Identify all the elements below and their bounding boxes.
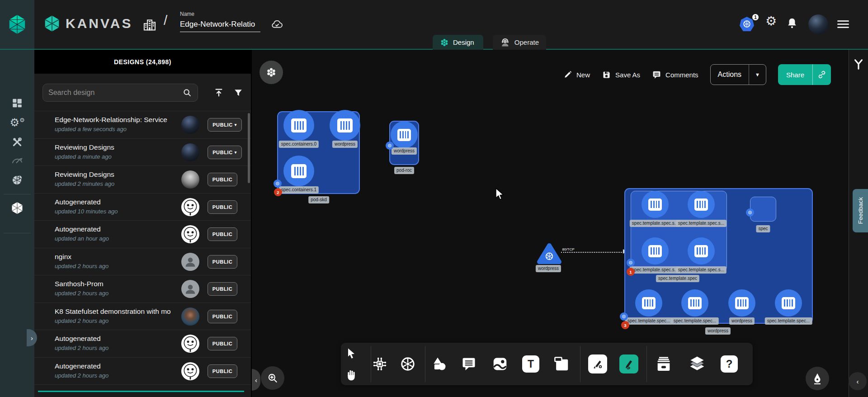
node-container[interactable] xyxy=(330,110,360,141)
container-icon xyxy=(337,118,353,132)
node-container[interactable] xyxy=(635,289,662,317)
user-avatar[interactable] xyxy=(808,14,828,34)
node-container[interactable] xyxy=(283,156,314,186)
visibility-badge[interactable]: PUBLIC xyxy=(208,364,237,378)
feedback-button[interactable]: Feedback xyxy=(853,189,868,232)
dock-toggle-icon[interactable] xyxy=(853,58,864,71)
list-item[interactable]: Reviewing Designs updated a minute ago P… xyxy=(34,138,251,166)
text-tool-icon[interactable]: T xyxy=(522,355,539,373)
node-label: spec.template.spec... xyxy=(671,317,719,325)
design-canvas[interactable]: New Save As Comments Actions ▼ Share xyxy=(252,50,849,397)
new-button[interactable]: New xyxy=(563,70,590,79)
group-label: wordpress xyxy=(705,327,731,335)
tab-design[interactable]: Design xyxy=(433,35,483,50)
list-item[interactable]: Santhosh-Prom updated 2 hours ago PUBLIC xyxy=(34,275,251,302)
search-icon[interactable] xyxy=(182,88,192,98)
freehand-draw-tool-icon[interactable] xyxy=(619,354,638,373)
kubernetes-context-button[interactable]: 1 xyxy=(740,17,755,32)
visibility-badge[interactable]: PUBLIC▾ xyxy=(208,146,242,159)
visibility-badge[interactable]: PUBLIC xyxy=(208,310,237,323)
design-author-avatar xyxy=(181,307,199,326)
design-name-input[interactable] xyxy=(180,19,260,32)
visibility-badge[interactable]: PUBLIC▾ xyxy=(208,118,242,132)
hamburger-menu-icon[interactable] xyxy=(837,20,849,30)
list-scrollbar[interactable] xyxy=(248,113,250,183)
list-item[interactable]: Autogenerated updated 2 hours ago PUBLIC xyxy=(34,330,251,357)
list-item[interactable]: Autogenerated updated 2 hours ago PUBLIC xyxy=(34,357,251,385)
node-container[interactable] xyxy=(642,191,669,218)
note-tool-icon[interactable] xyxy=(553,355,570,373)
sidebar-item-extensions[interactable] xyxy=(11,174,24,186)
meshery-logo[interactable] xyxy=(0,0,34,49)
node-container[interactable] xyxy=(391,121,418,148)
node-container[interactable] xyxy=(728,289,755,317)
pod-status-badge[interactable] xyxy=(746,208,754,217)
sidebar-item-dashboard[interactable] xyxy=(11,97,23,109)
filter-icon[interactable] xyxy=(233,88,243,98)
comments-button[interactable]: Comments xyxy=(652,70,698,80)
notifications-bell-icon[interactable] xyxy=(786,17,798,30)
shapes-tool-icon[interactable] xyxy=(431,355,448,373)
pod-status-badge[interactable] xyxy=(620,312,628,321)
node-service-wordpress[interactable] xyxy=(536,242,562,265)
settings-gear-icon[interactable]: ⚙ xyxy=(765,15,777,28)
node-container[interactable] xyxy=(688,191,715,218)
zoom-button[interactable] xyxy=(261,366,284,390)
list-item[interactable]: K8 Statefulset demonstration with mo upd… xyxy=(34,302,251,330)
search-input[interactable] xyxy=(48,89,179,97)
node-container[interactable] xyxy=(775,289,802,317)
list-item[interactable]: nginx updated 2 hours ago PUBLIC xyxy=(34,248,251,275)
component-drawer-icon[interactable] xyxy=(655,355,673,373)
list-item[interactable]: Edge-Network-Relationship: Service updat… xyxy=(34,111,251,138)
save-as-button[interactable]: Save As xyxy=(602,70,640,80)
list-item[interactable]: Reviewing Designs updated 2 minutes ago … xyxy=(34,165,251,193)
visibility-badge[interactable]: PUBLIC xyxy=(208,255,237,269)
chevron-down-icon[interactable]: ▼ xyxy=(749,65,766,85)
organization-icon[interactable] xyxy=(142,17,157,33)
visibility-badge[interactable]: PUBLIC xyxy=(208,282,237,296)
visibility-badge[interactable]: PUBLIC xyxy=(208,200,237,214)
canvas-menu-button[interactable] xyxy=(259,61,283,84)
error-count-badge[interactable]: 2 xyxy=(274,188,282,196)
actions-split-button[interactable]: Actions ▼ xyxy=(710,64,766,85)
select-tool-icon[interactable] xyxy=(346,348,357,360)
pod-status-badge[interactable] xyxy=(386,142,394,150)
image-tool-icon[interactable] xyxy=(491,355,509,373)
sidebar-item-lifecycle[interactable]: ⚙⚙ xyxy=(9,117,24,128)
annotation-pen-button[interactable] xyxy=(806,367,829,390)
node-container[interactable] xyxy=(681,289,708,317)
tab-operate[interactable]: Operate xyxy=(493,35,546,50)
share-split-button[interactable]: Share xyxy=(778,64,831,85)
sidebar-item-kanvas[interactable] xyxy=(10,201,24,215)
import-design-icon[interactable] xyxy=(214,88,224,98)
pan-tool-icon[interactable] xyxy=(346,368,357,381)
node-container[interactable] xyxy=(688,237,715,265)
error-count-badge[interactable]: 3 xyxy=(621,321,629,329)
cloud-sync-icon[interactable] xyxy=(270,18,284,30)
copy-link-icon[interactable] xyxy=(813,64,831,85)
pen-tool-icon[interactable] xyxy=(588,354,607,373)
pod-status-badge[interactable] xyxy=(274,180,282,188)
breadcrumb-separator: / xyxy=(164,13,167,28)
list-item[interactable]: Autogenerated updated 10 minutes ago PUB… xyxy=(34,193,251,221)
sidebar-item-performance[interactable] xyxy=(11,155,24,165)
help-tool-icon[interactable]: ? xyxy=(721,355,738,373)
visibility-badge[interactable]: PUBLIC xyxy=(208,173,237,186)
node-container[interactable] xyxy=(642,237,669,265)
kanvas-logo[interactable]: KANVAS xyxy=(43,14,132,33)
comment-tool-icon[interactable] xyxy=(461,356,477,372)
node-container[interactable] xyxy=(283,110,314,141)
kubernetes-tool-icon[interactable] xyxy=(399,355,416,373)
rail-collapse-chevron[interactable]: ‹ xyxy=(849,372,867,390)
layers-icon[interactable] xyxy=(688,355,706,373)
visibility-badge[interactable]: PUBLIC xyxy=(208,337,237,350)
node-spec[interactable] xyxy=(750,197,776,222)
components-tool-icon[interactable] xyxy=(371,355,389,373)
sidebar-item-configuration[interactable] xyxy=(11,136,23,148)
list-item[interactable]: Autogenerated updated an hour ago PUBLIC xyxy=(34,220,251,248)
panel-collapse-chevron[interactable]: ‹ xyxy=(252,369,260,391)
visibility-badge[interactable]: PUBLIC xyxy=(208,227,237,241)
error-count-badge[interactable]: 1 xyxy=(627,268,635,276)
service-edge[interactable] xyxy=(561,252,624,253)
pod-status-badge[interactable] xyxy=(627,259,635,267)
